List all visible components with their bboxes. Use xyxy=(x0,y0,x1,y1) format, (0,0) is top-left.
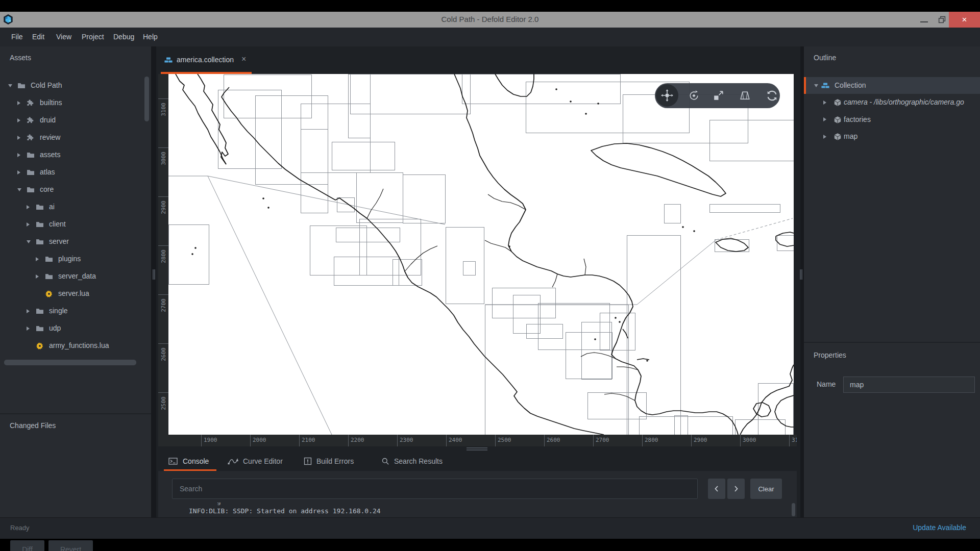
left-splitter-handle[interactable] xyxy=(153,269,154,280)
expander-closed-icon[interactable] xyxy=(17,118,20,122)
perspective-icon xyxy=(739,89,751,102)
asset-row-server[interactable]: server xyxy=(0,233,151,251)
restore-button[interactable] xyxy=(934,12,949,28)
asset-row-plugins[interactable]: plugins xyxy=(0,251,151,268)
outline-row-map[interactable]: map xyxy=(804,129,980,145)
collection-icon xyxy=(164,56,173,64)
expander-closed-icon[interactable] xyxy=(27,222,30,227)
titlebar: Cold Path - Defold Editor 2.0 × xyxy=(0,12,980,28)
asset-row-ai[interactable]: ai xyxy=(0,198,151,216)
tab-america-collection[interactable]: america.collection × xyxy=(161,46,252,74)
folder-icon xyxy=(45,255,53,263)
expander-closed-icon[interactable] xyxy=(17,170,20,174)
outline-panel-title: Outline xyxy=(814,54,836,62)
refresh-icon xyxy=(766,89,778,102)
minimize-icon xyxy=(920,21,928,22)
expander-open-icon[interactable] xyxy=(814,84,818,87)
console-search-input[interactable] xyxy=(172,479,698,499)
rotate-tool-button[interactable] xyxy=(681,83,706,108)
find-next-button[interactable] xyxy=(727,479,745,499)
builderr-icon xyxy=(304,457,312,465)
lua-icon xyxy=(45,290,53,298)
expander-closed-icon[interactable] xyxy=(17,101,20,105)
asset-row-server-lua[interactable]: server.lua xyxy=(0,285,151,303)
move-tool-button[interactable] xyxy=(656,84,678,107)
right-splitter-handle[interactable] xyxy=(800,269,801,280)
asset-row-builtins[interactable]: builtins xyxy=(0,94,151,112)
scene-toolbar xyxy=(655,83,780,108)
console-log: g INFO:DLIB: SSDP: Started on address 19… xyxy=(158,503,791,517)
asset-row-druid[interactable]: druid xyxy=(0,112,151,129)
clear-console-button[interactable]: Clear xyxy=(750,479,782,499)
close-button[interactable]: × xyxy=(949,12,980,28)
asset-row-udp[interactable]: udp xyxy=(0,320,151,337)
console-tab-search-results[interactable]: Search Results xyxy=(381,451,443,471)
bottom-splitter-handle[interactable] xyxy=(467,447,487,448)
console-tab-curve-editor[interactable]: Curve Editor xyxy=(228,451,283,471)
outline-row-camera[interactable]: camera - /libs/orthographic/camera.go xyxy=(804,94,980,111)
expander-open-icon[interactable] xyxy=(17,188,21,191)
revert-button[interactable]: Revert xyxy=(48,540,93,551)
outline-row-collection[interactable]: Collection xyxy=(804,77,980,94)
properties-title: Properties xyxy=(814,351,846,359)
name-field-input[interactable] xyxy=(843,377,975,393)
assets-vertical-scrollbar[interactable] xyxy=(144,77,149,121)
asset-row-review[interactable]: review xyxy=(0,129,151,146)
tab-close-icon[interactable]: × xyxy=(241,55,246,64)
asset-row-cold-path[interactable]: Cold Path xyxy=(0,77,151,94)
folder-icon xyxy=(45,272,53,281)
console-tab-console[interactable]: Console xyxy=(168,451,209,471)
bottom-splitter-handle-2[interactable] xyxy=(467,449,487,450)
menu-help[interactable]: Help xyxy=(143,28,158,46)
expander-closed-icon[interactable] xyxy=(36,274,39,279)
asset-row-server-data[interactable]: server_data xyxy=(0,268,151,285)
asset-row-single[interactable]: single xyxy=(0,303,151,320)
menu-project[interactable]: Project xyxy=(82,28,104,46)
expander-closed-icon[interactable] xyxy=(823,135,826,139)
outline-row-factories[interactable]: factories xyxy=(804,111,980,128)
console-tab-build-errors[interactable]: Build Errors xyxy=(304,451,354,471)
console-scrollbar[interactable] xyxy=(792,503,795,516)
bounding-boxes xyxy=(168,74,794,435)
asset-row-army-functions-lua[interactable]: army_functions.lua xyxy=(0,337,151,355)
right-splitter-handle-2[interactable] xyxy=(801,269,802,280)
rotate-icon xyxy=(688,89,700,102)
expander-open-icon[interactable] xyxy=(8,84,12,87)
asset-row-atlas[interactable]: atlas xyxy=(0,164,151,181)
cube-icon xyxy=(834,133,842,141)
menu-file[interactable]: File xyxy=(11,28,23,46)
scale-tool-button[interactable] xyxy=(706,83,730,108)
console-log-line: INFO:DLIB: SSDP: Started on address 192.… xyxy=(189,507,381,515)
expander-closed-icon[interactable] xyxy=(823,101,826,105)
asset-row-assets[interactable]: assets xyxy=(0,146,151,164)
refresh-tool-button[interactable] xyxy=(760,83,784,108)
menu-edit[interactable]: Edit xyxy=(32,28,44,46)
asset-row-client[interactable]: client xyxy=(0,216,151,233)
find-previous-button[interactable] xyxy=(708,479,725,499)
perspective-tool-button[interactable] xyxy=(732,83,757,108)
diff-button[interactable]: Diff xyxy=(10,540,44,551)
left-splitter-handle-2[interactable] xyxy=(154,269,155,280)
menu-debug[interactable]: Debug xyxy=(113,28,134,46)
expander-closed-icon[interactable] xyxy=(823,117,826,121)
expander-closed-icon[interactable] xyxy=(17,153,20,157)
assets-horizontal-scrollbar[interactable] xyxy=(4,360,136,365)
expander-closed-icon[interactable] xyxy=(27,205,30,209)
chevron-left-icon xyxy=(713,485,720,493)
folder-icon xyxy=(36,324,44,333)
folder-icon xyxy=(17,82,26,90)
expander-open-icon[interactable] xyxy=(27,240,31,243)
magnifier-icon xyxy=(381,457,389,465)
menu-view[interactable]: View xyxy=(56,28,71,46)
update-available-link[interactable]: Update Available xyxy=(913,523,966,532)
asset-row-core[interactable]: core xyxy=(0,181,151,198)
expander-closed-icon[interactable] xyxy=(36,257,39,261)
expander-closed-icon[interactable] xyxy=(27,327,30,331)
expander-closed-icon[interactable] xyxy=(27,309,30,313)
scene-canvas[interactable] xyxy=(168,74,794,435)
console-body: Clear g INFO:DLIB: SSDP: Started on addr… xyxy=(158,471,797,517)
puzzle-icon xyxy=(27,134,35,142)
expander-closed-icon[interactable] xyxy=(17,136,20,140)
minimize-button[interactable] xyxy=(915,12,933,28)
horizontal-ruler: 1900200021002200230024002500260027002800… xyxy=(168,435,797,446)
